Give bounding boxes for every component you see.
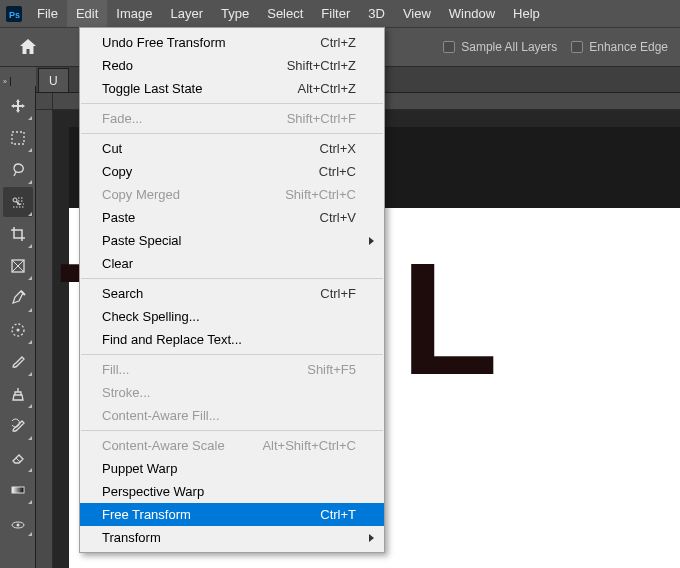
submenu-arrow-icon [369, 237, 374, 245]
menu-3d[interactable]: 3D [359, 0, 394, 27]
menu-separator [81, 133, 383, 134]
menuitem-label: Search [102, 286, 320, 301]
history-brush-icon [10, 418, 26, 434]
menuitem-shortcut: Shift+Ctrl+F [287, 111, 356, 126]
home-button[interactable] [8, 31, 48, 63]
quick-select-icon [10, 194, 26, 210]
menuitem-label: Toggle Last State [102, 81, 297, 96]
menuitem-cut[interactable]: CutCtrl+X [80, 137, 384, 160]
menu-view[interactable]: View [394, 0, 440, 27]
menu-separator [81, 430, 383, 431]
menuitem-perspective-warp[interactable]: Perspective Warp [80, 480, 384, 503]
menuitem-paste-special[interactable]: Paste Special [80, 229, 384, 252]
menu-select[interactable]: Select [258, 0, 312, 27]
menuitem-label: Free Transform [102, 507, 320, 522]
menuitem-undo-free-transform[interactable]: Undo Free TransformCtrl+Z [80, 31, 384, 54]
tool-gradient[interactable] [3, 475, 33, 505]
menuitem-shortcut: Ctrl+T [320, 507, 356, 522]
menuitem-label: Stroke... [102, 385, 356, 400]
healing-icon [10, 322, 26, 338]
tool-lasso[interactable] [3, 155, 33, 185]
tool-quick-select[interactable] [3, 187, 33, 217]
sample-all-layers-checkbox[interactable]: Sample All Layers [443, 40, 557, 54]
clone-icon [10, 386, 26, 402]
marquee-icon [10, 130, 26, 146]
menuitem-redo[interactable]: RedoShift+Ctrl+Z [80, 54, 384, 77]
menuitem-label: Paste [102, 210, 320, 225]
menuitem-shortcut: Alt+Ctrl+Z [297, 81, 356, 96]
menuitem-search[interactable]: SearchCtrl+F [80, 282, 384, 305]
brush-icon [10, 354, 26, 370]
menu-type[interactable]: Type [212, 0, 258, 27]
menu-file[interactable]: File [28, 0, 67, 27]
menuitem-copy[interactable]: CopyCtrl+C [80, 160, 384, 183]
svg-rect-2 [12, 132, 24, 144]
eraser-icon [10, 450, 26, 466]
menu-separator [81, 278, 383, 279]
lasso-icon [10, 162, 26, 178]
menuitem-label: Undo Free Transform [102, 35, 320, 50]
menuitem-label: Fill... [102, 362, 307, 377]
tool-move[interactable] [3, 91, 33, 121]
menu-filter[interactable]: Filter [312, 0, 359, 27]
tool-eyedropper[interactable] [3, 283, 33, 313]
photoshop-icon: Ps [6, 6, 22, 22]
eyedropper-icon [10, 290, 26, 306]
menu-bar: Ps FileEditImageLayerTypeSelectFilter3DV… [0, 0, 680, 27]
menuitem-free-transform[interactable]: Free TransformCtrl+T [80, 503, 384, 526]
tool-eraser[interactable] [3, 443, 33, 473]
tool-brush[interactable] [3, 347, 33, 377]
checkbox-icon [443, 41, 455, 53]
document-tab[interactable]: U [38, 68, 69, 92]
toolbar-flyout-handle[interactable]: » [0, 77, 11, 86]
ruler-vertical[interactable] [36, 110, 53, 568]
svg-point-9 [16, 524, 19, 527]
menuitem-clear[interactable]: Clear [80, 252, 384, 275]
menuitem-label: Check Spelling... [102, 309, 356, 324]
menuitem-shortcut: Ctrl+Z [320, 35, 356, 50]
move-icon [10, 98, 26, 114]
checkbox-icon [571, 41, 583, 53]
menuitem-label: Content-Aware Scale [102, 438, 262, 453]
tool-paint-bucket[interactable] [3, 507, 33, 537]
sample-all-layers-label: Sample All Layers [461, 40, 557, 54]
menuitem-shortcut: Ctrl+F [320, 286, 356, 301]
menuitem-content-aware-fill: Content-Aware Fill... [80, 404, 384, 427]
menu-edit[interactable]: Edit [67, 0, 107, 27]
app-icon[interactable]: Ps [0, 0, 28, 27]
menuitem-find-and-replace-text[interactable]: Find and Replace Text... [80, 328, 384, 351]
tool-healing[interactable] [3, 315, 33, 345]
tool-crop[interactable] [3, 219, 33, 249]
menuitem-puppet-warp[interactable]: Puppet Warp [80, 457, 384, 480]
tool-frame[interactable] [3, 251, 33, 281]
menuitem-label: Find and Replace Text... [102, 332, 356, 347]
ruler-corner [36, 93, 53, 110]
menuitem-label: Copy [102, 164, 319, 179]
menuitem-fill: Fill...Shift+F5 [80, 358, 384, 381]
menuitem-shortcut: Alt+Shift+Ctrl+C [262, 438, 356, 453]
toolbar [0, 86, 36, 568]
menuitem-fade: Fade...Shift+Ctrl+F [80, 107, 384, 130]
menuitem-label: Fade... [102, 111, 287, 126]
menu-window[interactable]: Window [440, 0, 504, 27]
menuitem-check-spelling[interactable]: Check Spelling... [80, 305, 384, 328]
menuitem-shortcut: Shift+Ctrl+Z [287, 58, 356, 73]
menuitem-shortcut: Shift+Ctrl+C [285, 187, 356, 202]
menuitem-label: Redo [102, 58, 287, 73]
menuitem-label: Perspective Warp [102, 484, 356, 499]
menuitem-label: Paste Special [102, 233, 356, 248]
menuitem-paste[interactable]: PasteCtrl+V [80, 206, 384, 229]
menuitem-stroke: Stroke... [80, 381, 384, 404]
menuitem-copy-merged: Copy MergedShift+Ctrl+C [80, 183, 384, 206]
tool-history-brush[interactable] [3, 411, 33, 441]
tool-marquee[interactable] [3, 123, 33, 153]
menuitem-transform[interactable]: Transform [80, 526, 384, 549]
paint-bucket-icon [10, 514, 26, 530]
tool-clone[interactable] [3, 379, 33, 409]
menu-layer[interactable]: Layer [162, 0, 213, 27]
menu-help[interactable]: Help [504, 0, 549, 27]
menuitem-toggle-last-state[interactable]: Toggle Last StateAlt+Ctrl+Z [80, 77, 384, 100]
crop-icon [10, 226, 26, 242]
enhance-edge-checkbox[interactable]: Enhance Edge [571, 40, 668, 54]
menu-image[interactable]: Image [107, 0, 161, 27]
